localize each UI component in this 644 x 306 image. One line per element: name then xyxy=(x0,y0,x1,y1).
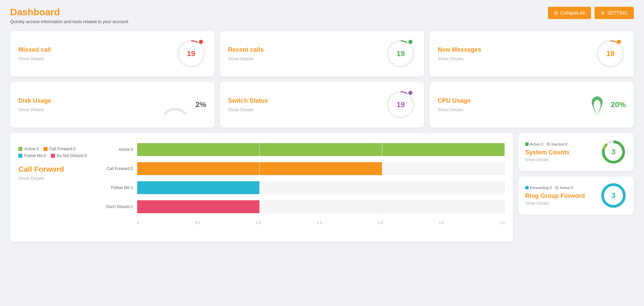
cpu-usage-link[interactable]: Show Details xyxy=(438,107,471,112)
chart-x-axis: 0 0.5 1.0 1.5 2.0 2.5 3.0 xyxy=(137,219,505,225)
header: Dashboard Quickly access information and… xyxy=(10,7,634,24)
legend-followme-label: Follow Me:0 xyxy=(24,153,46,158)
ring-group-legend: Forwarding:3 Active:0 xyxy=(525,186,585,190)
header-text: Dashboard Quickly access information and… xyxy=(10,7,129,24)
page-subtitle: Quickly access information and tools rel… xyxy=(10,19,129,24)
system-counts-info: Active:3 Inactive:0 System Counts Show D… xyxy=(525,142,570,162)
new-messages-dot xyxy=(617,40,621,44)
bar-fill-callforward xyxy=(137,162,382,175)
legend-callforward: Call Forward:0 xyxy=(43,147,76,151)
ring-group-title: Ring Group Forword xyxy=(525,192,585,200)
bottom-row: Active:3 Call Forward:0 Follow Me:0 Do N… xyxy=(10,133,634,242)
cpu-usage-value: 20% xyxy=(611,100,626,109)
bar-fill-active xyxy=(137,143,505,156)
disk-usage-half-gauge xyxy=(158,96,192,114)
legend-dnd: Do Not Disturb:0 xyxy=(51,153,87,158)
bar-label-callforward: Call Forward:2 xyxy=(100,166,137,171)
bar-label-followme: Follow Me:1 xyxy=(100,185,137,190)
system-counts-legend: Active:3 Inactive:0 xyxy=(525,142,570,146)
switch-status-info: Switch Status Show Details xyxy=(228,97,268,112)
system-active-label: Active:3 xyxy=(530,142,543,146)
disk-usage-value: 2% xyxy=(196,100,206,109)
recent-calls-title: Recent calls xyxy=(228,46,264,53)
cpu-usage-info: CPU Usage Show Details xyxy=(438,97,471,112)
system-counts-gauge: 3 xyxy=(600,138,627,166)
recent-calls-value: 19 xyxy=(397,49,405,58)
cpu-gauge-group: 20% xyxy=(587,91,626,118)
ring-group-value: 3 xyxy=(611,191,615,200)
system-counts-value: 3 xyxy=(611,148,615,156)
recent-calls-card: Recent calls Show Details 19 xyxy=(220,31,424,76)
ring-active-label: Active:0 xyxy=(560,186,573,190)
gear-icon: ⚙ xyxy=(601,10,605,16)
collapse-all-button[interactable]: ⊞ Collapes All xyxy=(548,7,591,19)
legend-callforward-label: Call Forward:0 xyxy=(49,147,76,151)
ring-group-link[interactable]: Show Details xyxy=(525,201,585,206)
missed-call-value: 19 xyxy=(187,49,195,58)
new-messages-gauge: 19 xyxy=(595,38,626,69)
new-messages-value: 19 xyxy=(606,49,614,58)
switch-status-title: Switch Status xyxy=(228,97,268,104)
legend-active-dot xyxy=(18,147,22,151)
system-inactive-label: Inactive:0 xyxy=(551,142,567,146)
ring-group-info: Forwarding:3 Active:0 Ring Group Forword… xyxy=(525,186,585,206)
legend-active-label: Active:3 xyxy=(24,147,39,151)
chart-card: Active:3 Call Forward:0 Follow Me:0 Do N… xyxy=(10,133,513,242)
bar-label-active: Active:3 xyxy=(100,147,137,152)
switch-status-value: 19 xyxy=(397,100,405,109)
disk-usage-gauge-group: 2% xyxy=(158,96,206,114)
recent-calls-link[interactable]: Show Details xyxy=(228,56,264,61)
cpu-usage-gauge xyxy=(587,91,607,118)
cpu-usage-title: CPU Usage xyxy=(438,97,471,104)
cpu-usage-card: CPU Usage Show Details 20% xyxy=(429,82,634,128)
switch-status-card: Switch Status Show Details 19 xyxy=(220,82,424,128)
system-counts-link[interactable]: Show Details xyxy=(525,157,570,162)
system-active-legend: Active:3 xyxy=(525,142,543,146)
legend-dnd-dot xyxy=(51,154,55,158)
missed-call-title: Missed call xyxy=(18,46,51,53)
page-title: Dashboard xyxy=(10,7,129,18)
bar-track-active xyxy=(137,143,505,156)
system-active-dot xyxy=(525,142,529,146)
missed-call-card: Missed call Show Details 19 xyxy=(10,31,215,76)
chart-title: Call Forword xyxy=(18,165,93,174)
bar-track-callforward xyxy=(137,162,505,175)
new-messages-card: New Messages Show Details 19 xyxy=(429,31,634,76)
right-cards: Active:3 Inactive:0 System Counts Show D… xyxy=(518,133,634,242)
chart-link[interactable]: Show Details xyxy=(18,176,93,181)
new-messages-link[interactable]: Show Details xyxy=(438,56,481,61)
bar-track-followme xyxy=(137,181,505,194)
forwarding-dot xyxy=(525,186,529,189)
missed-call-link[interactable]: Show Details xyxy=(18,56,51,61)
bar-label-dnd: Don't Disturb:1 xyxy=(100,204,137,209)
missed-call-info: Missed call Show Details xyxy=(18,46,51,61)
system-counts-card: Active:3 Inactive:0 System Counts Show D… xyxy=(518,133,634,171)
collapse-icon: ⊞ xyxy=(554,10,558,16)
bar-fill-dnd xyxy=(137,200,260,213)
system-inactive-legend: Inactive:0 xyxy=(547,142,567,146)
new-messages-title: New Messages xyxy=(438,46,481,53)
switch-status-gauge: 19 xyxy=(385,89,416,120)
new-messages-info: New Messages Show Details xyxy=(438,46,481,61)
missed-call-gauge: 19 xyxy=(176,38,206,69)
bar-row-dnd: Don't Disturb:1 xyxy=(100,200,505,213)
ring-group-card: Forwarding:3 Active:0 Ring Group Forword… xyxy=(518,176,634,215)
header-buttons: ⊞ Collapes All ⚙ SETTING xyxy=(548,7,634,19)
chart-legend: Active:3 Call Forward:0 Follow Me:0 Do N… xyxy=(18,140,93,235)
disk-usage-link[interactable]: Show Details xyxy=(18,107,51,112)
bar-fill-followme xyxy=(137,181,260,194)
legend-followme: Follow Me:0 xyxy=(18,153,46,158)
switch-status-link[interactable]: Show Details xyxy=(228,107,268,112)
legend-callforward-dot xyxy=(43,147,48,151)
system-inactive-dot xyxy=(547,142,550,146)
disk-usage-card: Disk Usage Show Details 2% xyxy=(10,82,215,128)
bar-chart: Active:3 Call Forward:2 Follow Me:1 xyxy=(100,140,505,235)
recent-calls-gauge: 19 xyxy=(385,38,416,69)
cards-row-2: Disk Usage Show Details 2% Switch Status… xyxy=(10,82,634,128)
bar-row-active: Active:3 xyxy=(100,143,505,156)
system-counts-title: System Counts xyxy=(525,149,570,156)
setting-button[interactable]: ⚙ SETTING xyxy=(594,7,634,19)
bar-row-callforward: Call Forward:2 xyxy=(100,162,505,175)
recent-calls-info: Recent calls Show Details xyxy=(228,46,264,61)
disk-usage-info: Disk Usage Show Details xyxy=(18,97,51,112)
